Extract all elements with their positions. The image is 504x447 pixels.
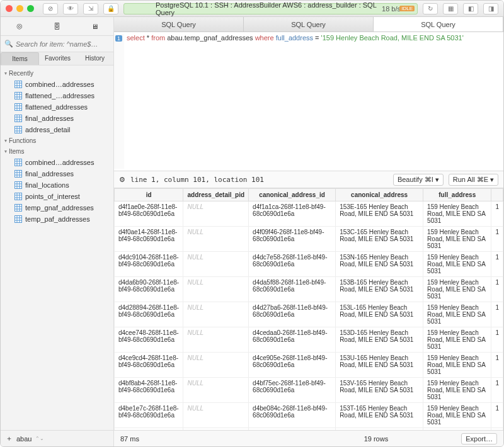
refresh-button[interactable]: ↻	[423, 3, 438, 14]
search-input[interactable]	[16, 40, 110, 48]
sidebar-tree[interactable]: Recentlycombined…addressesflattened_…add…	[1, 65, 113, 430]
tree-item[interactable]: final_addresses	[1, 113, 113, 124]
table-row[interactable]: d4dc9104-268f-11e8-bf49-68c0690d1e6aNULL…	[115, 252, 503, 277]
query-tab[interactable]: SQL Query	[114, 17, 244, 31]
cell[interactable]: 159 Henley Beach Road, MILE END SA 5031	[423, 378, 491, 403]
cell[interactable]: 153B-165 Henley Beach Road, MILE END SA …	[336, 277, 423, 302]
cell[interactable]: 1	[491, 252, 503, 277]
cell[interactable]: 159 Henley Beach Road, MILE END SA 5031	[423, 353, 491, 378]
cell[interactable]: 153V-165 Henley Beach Road, MILE END SA …	[336, 378, 423, 403]
cell[interactable]: NULL	[183, 252, 249, 277]
cell[interactable]: d4f1a1ca-268f-11e8-bf49-68c0690d1e6a	[249, 201, 336, 227]
cell[interactable]: d4dc7e58-268f-11e8-bf49-68c0690d1e6a	[249, 252, 336, 277]
tree-item[interactable]: final_addresses	[1, 168, 113, 179]
cell[interactable]: 159 Henley Beach Road, MILE END SA 5031	[423, 277, 491, 302]
cell[interactable]: 1	[491, 378, 503, 403]
export-results-button[interactable]: Export…	[461, 433, 497, 444]
cell[interactable]: d4f0ae14-268f-11e8-bf49-68c0690d1e6a	[115, 227, 183, 252]
sql-code[interactable]: select * from abau.temp_gnaf_addresses w…	[124, 34, 503, 169]
pane-right-button[interactable]: ◨	[483, 3, 498, 14]
cell[interactable]: 159 Henley Beach Road, MILE END SA 5031	[423, 227, 491, 252]
grid-button[interactable]: ▦	[443, 3, 458, 14]
cell[interactable]: NULL	[183, 378, 249, 403]
cell[interactable]: 159 Henley Beach Road, MILE END SA 5031	[423, 403, 491, 428]
tree-item[interactable]: points_of_interest	[1, 191, 113, 202]
table-row[interactable]: d4d28894-268f-11e8-bf49-68c0690d1e6aNULL…	[115, 302, 503, 327]
add-button[interactable]: ＋	[6, 434, 13, 443]
query-icon[interactable]: 🖥	[91, 23, 98, 30]
beautify-button[interactable]: Beautify ⌘I▾	[393, 174, 444, 186]
tree-item[interactable]: temp_paf_addresses	[1, 213, 113, 225]
table-row[interactable]: d4da6b90-268f-11e8-bf49-68c0690d1e6aNULL…	[115, 277, 503, 302]
cell[interactable]: NULL	[183, 403, 249, 428]
cell[interactable]: d4da6b90-268f-11e8-bf49-68c0690d1e6a	[115, 277, 183, 302]
cell[interactable]: NULL	[183, 302, 249, 327]
section-recently[interactable]: Recently	[1, 68, 113, 79]
structure-icon[interactable]: ◎	[16, 22, 23, 30]
results-table[interactable]: idaddress_detail_pidcanonical_address_id…	[114, 188, 503, 430]
show-button[interactable]: 👁	[63, 3, 78, 14]
table-row[interactable]: d4f1ae0e-268f-11e8-bf49-68c0690d1e6aNULL…	[115, 201, 503, 227]
table-row[interactable]: d4bf8ab4-268f-11e8-bf49-68c0690d1e6aNULL…	[115, 378, 503, 403]
cell[interactable]: d4cee748-268f-11e8-bf49-68c0690d1e6a	[115, 327, 183, 353]
database-icon[interactable]: 🗄	[54, 23, 60, 30]
cell[interactable]: d4bf75ec-268f-11e8-bf49-68c0690d1e6a	[249, 378, 336, 403]
cell[interactable]: 1	[491, 302, 503, 327]
results-grid[interactable]: idaddress_detail_pidcanonical_address_id…	[114, 188, 503, 430]
col-header[interactable]: address_detail_pid	[183, 189, 249, 201]
cell[interactable]: 153L-165 Henley Beach Road, MILE END SA …	[336, 302, 423, 327]
cell[interactable]: NULL	[183, 201, 249, 227]
sidebar-tab-history[interactable]: History	[76, 52, 113, 65]
col-header[interactable]: canonical_address_id	[249, 189, 336, 201]
cell[interactable]: d4be084c-268f-11e8-bf49-68c0690d1e6a	[249, 403, 336, 428]
cell[interactable]: d4dc9104-268f-11e8-bf49-68c0690d1e6a	[115, 252, 183, 277]
cell[interactable]: d4ce9cd4-268f-11e8-bf49-68c0690d1e6a	[115, 353, 183, 378]
cell[interactable]: d4f09f46-268f-11e8-bf49-68c0690d1e6a	[249, 227, 336, 252]
cell[interactable]: d4be1e7c-268f-11e8-bf49-68c0690d1e6a	[115, 403, 183, 428]
col-header[interactable]: id	[115, 189, 183, 201]
cell[interactable]: d4d28894-268f-11e8-bf49-68c0690d1e6a	[115, 302, 183, 327]
cell[interactable]: 159 Henley Beach Road, MILE END SA 5031	[423, 252, 491, 277]
cell[interactable]: 153E-165 Henley Beach Road, MILE END SA …	[336, 201, 423, 227]
cancel-button[interactable]: ⊘	[43, 3, 58, 14]
sql-editor[interactable]: 1 select * from abau.temp_gnaf_addresses…	[114, 32, 503, 171]
tree-item[interactable]: combined…addresses	[1, 79, 113, 90]
cell[interactable]: 1	[491, 277, 503, 302]
cell[interactable]: NULL	[183, 277, 249, 302]
cell[interactable]: 1	[491, 353, 503, 378]
cell[interactable]: 1	[491, 201, 503, 227]
cell[interactable]: 159 Henley Beach Road, MILE END SA 5031	[423, 302, 491, 327]
cell[interactable]: NULL	[183, 227, 249, 252]
query-tab[interactable]: SQL Query	[374, 17, 503, 31]
section-items[interactable]: Items	[1, 146, 113, 157]
cell[interactable]: 1	[491, 327, 503, 353]
tree-item[interactable]: final_locations	[1, 179, 113, 191]
gear-icon[interactable]: ⚙	[119, 176, 125, 184]
table-row[interactable]: d4f0ae14-268f-11e8-bf49-68c0690d1e6aNULL…	[115, 227, 503, 252]
col-header[interactable]	[491, 189, 503, 201]
tree-item[interactable]: flattened_addresses	[1, 101, 113, 113]
section-functions[interactable]: Functions	[1, 135, 113, 146]
sidebar-tab-items[interactable]: Items	[1, 52, 39, 65]
run-button[interactable]: Run All ⌘E▾	[449, 174, 498, 186]
cell[interactable]: d4ce905e-268f-11e8-bf49-68c0690d1e6a	[249, 353, 336, 378]
cell[interactable]: d4d27ba6-268f-11e8-bf49-68c0690d1e6a	[249, 302, 336, 327]
cell[interactable]: d4cedaa0-268f-11e8-bf49-68c0690d1e6a	[249, 327, 336, 353]
cell[interactable]: 1	[491, 403, 503, 428]
col-header[interactable]: canonical_address	[336, 189, 423, 201]
tree-item[interactable]: flattened_…addresses	[1, 90, 113, 101]
table-row[interactable]: d4ce9cd4-268f-11e8-bf49-68c0690d1e6aNULL…	[115, 353, 503, 378]
cell[interactable]: NULL	[183, 327, 249, 353]
cell[interactable]: 153C-165 Henley Beach Road, MILE END SA …	[336, 227, 423, 252]
lock-icon[interactable]: 🔒	[103, 3, 118, 14]
cell[interactable]: 159 Henley Beach Road, MILE END SA 5031	[423, 201, 491, 227]
schema-label[interactable]: abau	[16, 435, 32, 443]
export-button[interactable]: ⇲	[83, 3, 98, 14]
cell[interactable]: d4da5f88-268f-11e8-bf49-68c0690d1e6a	[249, 277, 336, 302]
tree-item[interactable]: temp_gnaf_addresses	[1, 202, 113, 213]
col-header[interactable]: full_address	[423, 189, 491, 201]
cell[interactable]: 153N-165 Henley Beach Road, MILE END SA …	[336, 252, 423, 277]
sidebar-tab-favorites[interactable]: Favorites	[39, 52, 76, 65]
tree-item[interactable]: address_detail	[1, 124, 113, 135]
cell[interactable]: NULL	[183, 353, 249, 378]
